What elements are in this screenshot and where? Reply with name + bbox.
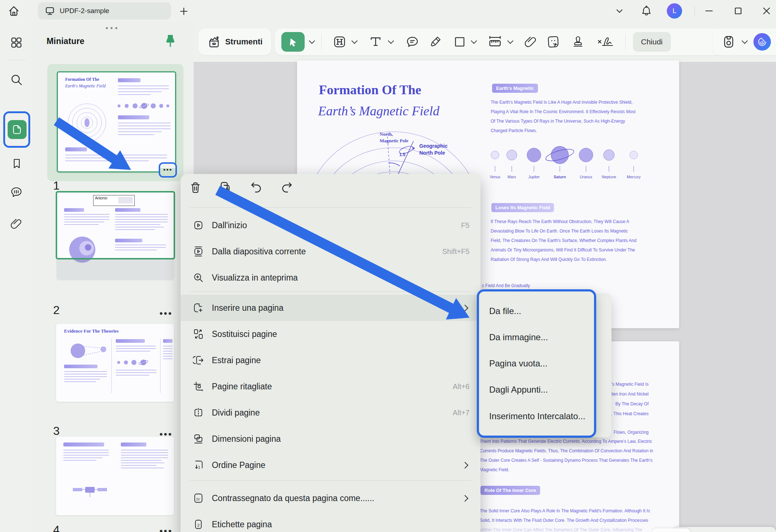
thumb1-planets <box>116 102 171 112</box>
menu-item-ordine[interactable]: 1 Ordine Pagine <box>181 452 480 478</box>
home-button[interactable] <box>5 3 23 19</box>
doc-badge-earths-magnetic: Earth's Magnetic <box>492 84 538 93</box>
paperclip-icon <box>9 217 23 231</box>
sidebar-item-search[interactable] <box>9 73 23 88</box>
redo-button[interactable] <box>280 180 294 199</box>
thumb1-more-button[interactable]: ••• <box>159 162 177 178</box>
thumb4-badge2 <box>121 442 146 446</box>
titlebar-chevron-button[interactable] <box>612 4 627 17</box>
submenu-item-da-file[interactable]: Da file... <box>489 306 521 316</box>
floating-bar-pill[interactable] <box>652 528 690 532</box>
strumenti-button[interactable]: Strumenti <box>198 28 271 55</box>
submenu-item-dagli-appunti[interactable]: Dagli Appunti... <box>489 385 548 395</box>
thumb4-more-button[interactable]: ••• <box>159 529 173 532</box>
doc-paragraph-2: If These Rays Reach The Earth Without Ob… <box>491 217 637 264</box>
duplicate-page-button[interactable] <box>218 180 233 199</box>
thumb2-more-button[interactable]: ••• <box>159 311 173 315</box>
thumb1-lines <box>118 86 169 97</box>
avatar[interactable]: L <box>667 3 682 19</box>
signature-tool-button[interactable] <box>593 34 618 50</box>
measure-tool-button[interactable] <box>484 34 506 50</box>
panel-title: Miniature <box>47 36 84 46</box>
titlebar-divider <box>694 6 695 16</box>
thumb2-note-label: Antonio <box>95 196 107 200</box>
svg-text:1: 1 <box>198 465 200 469</box>
thumb3-lines2 <box>116 346 156 353</box>
close-window-button[interactable] <box>759 4 774 17</box>
doc-badge-inner-core: Role Of The Inner Core <box>480 486 540 495</box>
menu-item-ritagliate[interactable]: Pagine ritagliateAlt+6 <box>181 373 480 400</box>
panel-drag-handle[interactable]: ••• <box>106 24 120 32</box>
menu-item-dallinizio[interactable]: Dall'inizioF5 <box>181 212 480 238</box>
thumb3-title: Evidence For The Theories <box>64 328 119 334</box>
delete-page-button[interactable] <box>189 180 202 199</box>
menu-item-etichette[interactable]: 2 Etichette pagina <box>181 511 480 532</box>
menu-item-anteprima[interactable]: Visualizza in anteprima <box>181 265 480 291</box>
planets-chart: Venus Mars Jupiter Saturn Uranus Neptune… <box>487 145 647 181</box>
thumb1-badge3 <box>65 147 87 151</box>
menu-item-dividi[interactable]: Dividi pagineAlt+7 <box>181 400 480 426</box>
stamp-tool-button[interactable] <box>568 35 588 49</box>
sidebar-item-comments[interactable] <box>9 185 24 201</box>
thumb3-diagram <box>63 338 110 363</box>
svg-text:2: 2 <box>197 523 199 528</box>
thumbnail-1[interactable]: Formation Of The Earth's Magnetic Field <box>57 71 176 172</box>
save-button[interactable] <box>718 35 739 49</box>
text-tool-button[interactable] <box>365 34 387 50</box>
new-tab-button[interactable] <box>178 5 190 17</box>
pin-button[interactable] <box>163 33 178 52</box>
pen-tool-button[interactable] <box>425 35 446 49</box>
attachment-tool-button[interactable] <box>520 35 541 49</box>
select-tool-chevron[interactable] <box>309 38 315 44</box>
submenu-item-da-immagine[interactable]: Da immagine... <box>489 332 548 342</box>
sticker-tool-button[interactable] <box>543 35 563 49</box>
menu-item-dimensioni[interactable]: Dimensioni pagina <box>181 426 480 452</box>
menu-item-contrassegnato[interactable]: IV Contrassegnato da questa pagina come.… <box>181 485 480 511</box>
save-chevron[interactable] <box>742 38 748 44</box>
measure-tool-chevron[interactable] <box>507 38 514 44</box>
select-tool-button[interactable] <box>281 32 305 52</box>
sidebar-item-pages[interactable] <box>8 120 27 139</box>
thumbnail-4[interactable] <box>56 437 174 515</box>
thumbnail-3[interactable]: Evidence For The Theories <box>56 324 174 402</box>
doc-paragraph-1: The Earth's Magnetic Field Is Like A Hug… <box>491 98 636 135</box>
menu-item-sostituisci[interactable]: Sostituisci pagine <box>181 321 480 347</box>
shape-tool-chevron[interactable] <box>471 38 477 44</box>
thumb3-more-button[interactable]: ••• <box>159 432 173 436</box>
thumb2-lines2 <box>115 214 168 232</box>
sidebar-item-attachments[interactable] <box>9 217 23 232</box>
maximize-button[interactable] <box>731 4 745 17</box>
header-tool-chevron[interactable] <box>352 38 358 44</box>
header-tool-button[interactable] <box>329 34 350 49</box>
split-pages-icon <box>193 407 204 418</box>
submenu-chevron-icon <box>462 305 468 311</box>
planet-label-neptune: Neptune <box>602 175 616 179</box>
thumb4-badge1 <box>63 442 104 446</box>
search-icon <box>9 73 23 87</box>
thumbnail-2[interactable]: Antonio <box>57 192 174 279</box>
chiudi-button[interactable]: Chiudi <box>633 32 671 52</box>
page-order-icon: 1 <box>193 460 204 471</box>
diagram-label-north: North,Magnetic Pole <box>380 131 408 144</box>
text-tool-chevron[interactable] <box>388 38 394 44</box>
sidebar-item-grid[interactable] <box>9 36 23 51</box>
comment-tool-button[interactable] <box>402 34 423 49</box>
submenu-item-pagina-vuota[interactable]: Pagina vuota... <box>489 358 547 369</box>
menu-item-inserire-pagina[interactable]: Inserire una pagina <box>181 295 480 321</box>
monitor-icon <box>44 5 55 16</box>
chevron-down-icon <box>615 7 624 15</box>
menu-item-dalla-diapositiva[interactable]: Dalla diapositiva correnteShift+F5 <box>181 238 480 265</box>
menu-item-estrai[interactable]: Estrai pagine <box>181 347 480 373</box>
shape-tool-button[interactable] <box>450 35 470 49</box>
document-tab[interactable]: UPDF-2-sample <box>38 2 171 20</box>
undo-button[interactable] <box>249 180 264 199</box>
thumb4-lines2 <box>121 450 168 470</box>
thumb2-note: Antonio <box>93 195 135 206</box>
sidebar-item-bookmarks[interactable] <box>10 157 23 172</box>
minimize-button[interactable] <box>702 4 716 17</box>
titlebar: UPDF-2-sample L <box>0 0 776 22</box>
notifications-button[interactable] <box>639 4 654 17</box>
page-context-menu: Dall'inizioF5 Dalla diapositiva corrente… <box>181 174 480 532</box>
submenu-item-inserimento-intercalato[interactable]: Inserimento Intercalato... <box>489 411 585 421</box>
ai-assistant-button[interactable] <box>753 33 771 51</box>
